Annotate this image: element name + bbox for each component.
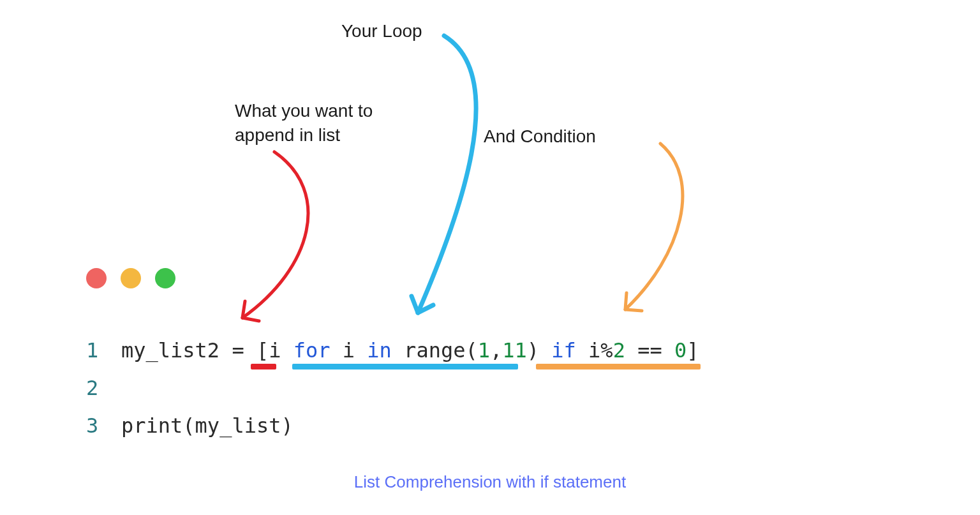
dot-yellow [121,268,141,288]
annotation-condition: And Condition [484,124,596,149]
tok-n3: 2 [613,338,625,362]
lineno-2: 2 [86,369,121,407]
caption: List Comprehension with if statement [0,472,980,492]
annotation-append-line1: What you want to [235,101,373,121]
tok-n2: 11 [502,338,527,362]
tok-t1: my_list2 = [i [121,338,293,362]
window-dots [86,268,175,288]
tok-t2: i [330,338,368,362]
tok-n4: 0 [674,338,687,362]
tok-t5: ) [527,338,552,362]
underline-condition [536,364,701,369]
tok-if: if [551,338,576,362]
tok-t3: range( [392,338,478,362]
tok-t7: == [625,338,674,362]
underline-append [251,364,276,369]
code-line-3: 3 print(my_list) [86,407,699,445]
lineno-3: 3 [86,407,121,445]
annotation-loop: Your Loop [341,19,422,43]
tok-n1: 1 [478,338,490,362]
tok-t4: , [490,338,502,362]
code-line-2: 2 [86,369,699,407]
dot-green [155,268,175,288]
code-block: 1 my_list2 = [i for i in range(1,11) if … [86,332,699,445]
tok-print: print(my_list) [121,407,293,445]
tok-t6: i% [576,338,613,362]
lineno-1: 1 [86,332,121,369]
tok-for: for [293,338,330,362]
tok-t8: ] [687,338,699,362]
tok-in: in [367,338,392,362]
annotation-append: What you want to append in list [235,99,373,147]
dot-red [86,268,107,288]
underline-loop [292,364,518,369]
annotation-append-line2: append in list [235,125,340,145]
